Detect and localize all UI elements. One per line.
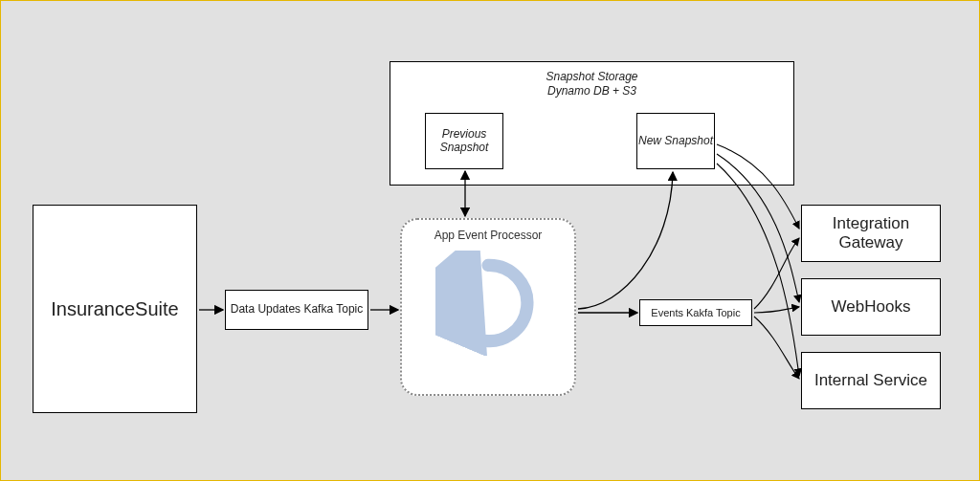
node-events-topic: Events Kakfa Topic	[639, 299, 752, 326]
node-label: InsuranceSuite	[51, 298, 178, 320]
node-label: WebHooks	[832, 297, 911, 317]
refresh-cycle-icon	[435, 251, 541, 360]
node-integration-gateway: Integration Gateway	[801, 205, 941, 262]
node-previous-snapshot: Previous Snapshot	[425, 113, 503, 169]
node-new-snapshot: New Snapshot	[636, 113, 715, 169]
node-label: New Snapshot	[638, 135, 713, 148]
storage-title: Snapshot Storage Dynamo DB + S3	[390, 70, 793, 98]
diagram-canvas: InsuranceSuite Data Updates Kafka Topic …	[0, 0, 980, 481]
node-label: Internal Service	[814, 371, 927, 390]
node-label: Previous Snapshot	[426, 128, 502, 155]
node-label: App Event Processor	[434, 230, 543, 243]
node-label: Integration Gateway	[802, 214, 940, 251]
node-data-updates-topic: Data Updates Kafka Topic	[225, 290, 368, 330]
node-internal-service: Internal Service	[801, 352, 941, 409]
storage-title-line1: Snapshot Storage	[546, 70, 637, 83]
storage-title-line2: Dynamo DB + S3	[547, 84, 636, 98]
node-webhooks: WebHooks	[801, 278, 941, 336]
node-label: Events Kakfa Topic	[651, 307, 740, 319]
node-label: Data Updates Kafka Topic	[231, 303, 364, 317]
node-insurance-suite: InsuranceSuite	[33, 205, 197, 413]
node-app-event-processor: App Event Processor	[400, 218, 576, 396]
